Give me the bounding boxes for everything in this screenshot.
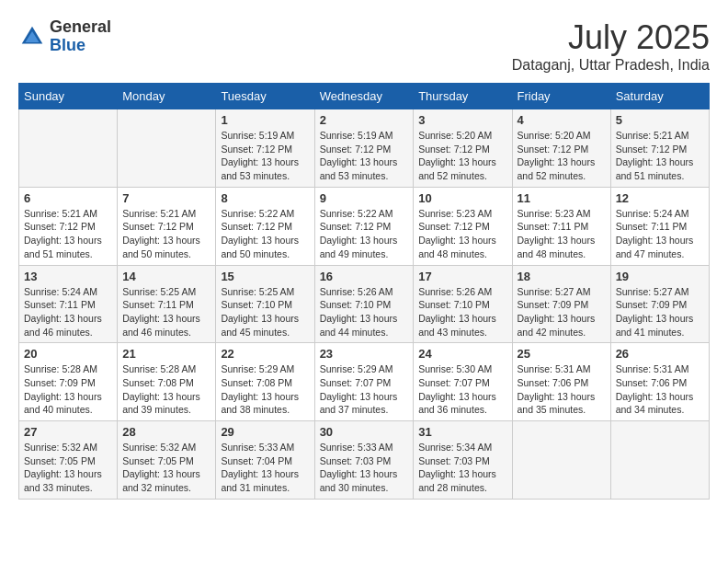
header-row: SundayMondayTuesdayWednesdayThursdayFrid… bbox=[19, 84, 710, 109]
day-info: Sunrise: 5:29 AMSunset: 7:07 PMDaylight:… bbox=[320, 362, 409, 417]
day-number: 18 bbox=[518, 270, 606, 283]
day-number: 30 bbox=[320, 425, 409, 439]
day-cell: 31Sunrise: 5:34 AMSunset: 7:03 PMDayligh… bbox=[414, 421, 512, 500]
day-number: 11 bbox=[518, 191, 606, 205]
day-info: Sunrise: 5:29 AMSunset: 7:08 PMDaylight:… bbox=[221, 362, 309, 417]
day-cell: 11Sunrise: 5:23 AMSunset: 7:11 PMDayligh… bbox=[512, 187, 610, 265]
day-number: 10 bbox=[418, 191, 506, 205]
day-cell: 4Sunrise: 5:20 AMSunset: 7:12 PMDaylight… bbox=[512, 109, 610, 188]
day-cell: 5Sunrise: 5:21 AMSunset: 7:12 PMDaylight… bbox=[610, 109, 709, 188]
logo-icon bbox=[18, 23, 46, 51]
day-cell: 19Sunrise: 5:27 AMSunset: 7:09 PMDayligh… bbox=[610, 265, 709, 343]
day-cell bbox=[512, 421, 610, 500]
day-info: Sunrise: 5:32 AMSunset: 7:05 PMDaylight:… bbox=[24, 441, 112, 495]
day-number: 8 bbox=[221, 191, 309, 205]
month-title: July 2025 bbox=[512, 18, 710, 57]
day-number: 20 bbox=[24, 347, 112, 361]
day-info: Sunrise: 5:23 AMSunset: 7:12 PMDaylight:… bbox=[418, 207, 506, 261]
day-info: Sunrise: 5:28 AMSunset: 7:08 PMDaylight:… bbox=[122, 362, 210, 417]
day-cell bbox=[610, 421, 709, 500]
day-number: 29 bbox=[221, 425, 309, 439]
day-info: Sunrise: 5:20 AMSunset: 7:12 PMDaylight:… bbox=[518, 129, 606, 183]
day-number: 7 bbox=[122, 191, 210, 205]
day-cell: 27Sunrise: 5:32 AMSunset: 7:05 PMDayligh… bbox=[19, 421, 118, 500]
day-cell: 29Sunrise: 5:33 AMSunset: 7:04 PMDayligh… bbox=[216, 421, 314, 500]
day-number: 17 bbox=[418, 270, 506, 283]
day-info: Sunrise: 5:22 AMSunset: 7:12 PMDaylight:… bbox=[320, 207, 409, 261]
week-row-3: 13Sunrise: 5:24 AMSunset: 7:11 PMDayligh… bbox=[19, 265, 710, 343]
day-number: 28 bbox=[122, 425, 210, 439]
day-cell: 25Sunrise: 5:31 AMSunset: 7:06 PMDayligh… bbox=[512, 343, 610, 421]
title-block: July 2025 Dataganj, Uttar Pradesh, India bbox=[512, 18, 710, 74]
day-cell: 1Sunrise: 5:19 AMSunset: 7:12 PMDaylight… bbox=[216, 109, 314, 188]
day-info: Sunrise: 5:26 AMSunset: 7:10 PMDaylight:… bbox=[418, 285, 506, 339]
day-cell: 30Sunrise: 5:33 AMSunset: 7:03 PMDayligh… bbox=[314, 421, 414, 500]
day-number: 3 bbox=[418, 113, 506, 127]
day-number: 19 bbox=[616, 270, 704, 283]
day-cell: 2Sunrise: 5:19 AMSunset: 7:12 PMDaylight… bbox=[314, 109, 414, 188]
day-cell: 16Sunrise: 5:26 AMSunset: 7:10 PMDayligh… bbox=[314, 265, 414, 343]
day-number: 4 bbox=[518, 113, 606, 127]
day-cell: 9Sunrise: 5:22 AMSunset: 7:12 PMDaylight… bbox=[314, 187, 414, 265]
day-info: Sunrise: 5:26 AMSunset: 7:10 PMDaylight:… bbox=[320, 285, 409, 339]
day-cell: 14Sunrise: 5:25 AMSunset: 7:11 PMDayligh… bbox=[118, 265, 216, 343]
day-info: Sunrise: 5:21 AMSunset: 7:12 PMDaylight:… bbox=[122, 207, 210, 261]
day-info: Sunrise: 5:31 AMSunset: 7:06 PMDaylight:… bbox=[518, 362, 606, 417]
day-number: 22 bbox=[221, 347, 309, 361]
day-number: 21 bbox=[122, 347, 210, 361]
week-row-5: 27Sunrise: 5:32 AMSunset: 7:05 PMDayligh… bbox=[19, 421, 710, 500]
day-info: Sunrise: 5:24 AMSunset: 7:11 PMDaylight:… bbox=[616, 207, 704, 261]
day-info: Sunrise: 5:32 AMSunset: 7:05 PMDaylight:… bbox=[122, 441, 210, 495]
day-info: Sunrise: 5:25 AMSunset: 7:11 PMDaylight:… bbox=[122, 285, 210, 339]
day-cell bbox=[19, 109, 118, 188]
day-number: 31 bbox=[418, 425, 506, 439]
header-cell-tuesday: Tuesday bbox=[216, 84, 314, 109]
header-cell-saturday: Saturday bbox=[610, 84, 709, 109]
day-info: Sunrise: 5:33 AMSunset: 7:04 PMDaylight:… bbox=[221, 441, 309, 495]
page-header: General Blue July 2025 Dataganj, Uttar P… bbox=[18, 18, 710, 74]
day-cell: 12Sunrise: 5:24 AMSunset: 7:11 PMDayligh… bbox=[610, 187, 709, 265]
day-cell: 26Sunrise: 5:31 AMSunset: 7:06 PMDayligh… bbox=[610, 343, 709, 421]
day-cell: 8Sunrise: 5:22 AMSunset: 7:12 PMDaylight… bbox=[216, 187, 314, 265]
day-cell: 18Sunrise: 5:27 AMSunset: 7:09 PMDayligh… bbox=[512, 265, 610, 343]
calendar-header: SundayMondayTuesdayWednesdayThursdayFrid… bbox=[19, 84, 710, 109]
location-title: Dataganj, Uttar Pradesh, India bbox=[512, 57, 710, 74]
header-cell-wednesday: Wednesday bbox=[314, 84, 414, 109]
day-info: Sunrise: 5:27 AMSunset: 7:09 PMDaylight:… bbox=[518, 285, 606, 339]
week-row-2: 6Sunrise: 5:21 AMSunset: 7:12 PMDaylight… bbox=[19, 187, 710, 265]
day-cell: 22Sunrise: 5:29 AMSunset: 7:08 PMDayligh… bbox=[216, 343, 314, 421]
day-info: Sunrise: 5:21 AMSunset: 7:12 PMDaylight:… bbox=[24, 207, 112, 261]
day-number: 12 bbox=[616, 191, 704, 205]
day-number: 6 bbox=[24, 191, 112, 205]
day-number: 27 bbox=[24, 425, 112, 439]
day-cell: 20Sunrise: 5:28 AMSunset: 7:09 PMDayligh… bbox=[19, 343, 118, 421]
day-number: 15 bbox=[221, 270, 309, 283]
day-cell: 13Sunrise: 5:24 AMSunset: 7:11 PMDayligh… bbox=[19, 265, 118, 343]
day-info: Sunrise: 5:24 AMSunset: 7:11 PMDaylight:… bbox=[24, 285, 112, 339]
day-info: Sunrise: 5:31 AMSunset: 7:06 PMDaylight:… bbox=[616, 362, 704, 417]
day-info: Sunrise: 5:27 AMSunset: 7:09 PMDaylight:… bbox=[616, 285, 704, 339]
day-number: 25 bbox=[518, 347, 606, 361]
logo: General Blue bbox=[18, 18, 111, 55]
day-number: 5 bbox=[616, 113, 704, 127]
day-number: 2 bbox=[320, 113, 409, 127]
day-cell: 7Sunrise: 5:21 AMSunset: 7:12 PMDaylight… bbox=[118, 187, 216, 265]
header-cell-monday: Monday bbox=[118, 84, 216, 109]
day-number: 1 bbox=[221, 113, 309, 127]
calendar-table: SundayMondayTuesdayWednesdayThursdayFrid… bbox=[18, 83, 710, 500]
logo-text: General Blue bbox=[50, 18, 111, 55]
header-cell-sunday: Sunday bbox=[19, 84, 118, 109]
day-info: Sunrise: 5:23 AMSunset: 7:11 PMDaylight:… bbox=[518, 207, 606, 261]
day-info: Sunrise: 5:30 AMSunset: 7:07 PMDaylight:… bbox=[418, 362, 506, 417]
day-info: Sunrise: 5:19 AMSunset: 7:12 PMDaylight:… bbox=[320, 129, 409, 183]
day-info: Sunrise: 5:34 AMSunset: 7:03 PMDaylight:… bbox=[418, 441, 506, 495]
day-info: Sunrise: 5:33 AMSunset: 7:03 PMDaylight:… bbox=[320, 441, 409, 495]
day-number: 16 bbox=[320, 270, 409, 283]
logo-blue: Blue bbox=[50, 37, 111, 55]
day-cell: 21Sunrise: 5:28 AMSunset: 7:08 PMDayligh… bbox=[118, 343, 216, 421]
day-cell bbox=[118, 109, 216, 188]
logo-general: General bbox=[50, 18, 111, 37]
day-cell: 17Sunrise: 5:26 AMSunset: 7:10 PMDayligh… bbox=[414, 265, 512, 343]
day-cell: 24Sunrise: 5:30 AMSunset: 7:07 PMDayligh… bbox=[414, 343, 512, 421]
day-number: 24 bbox=[418, 347, 506, 361]
